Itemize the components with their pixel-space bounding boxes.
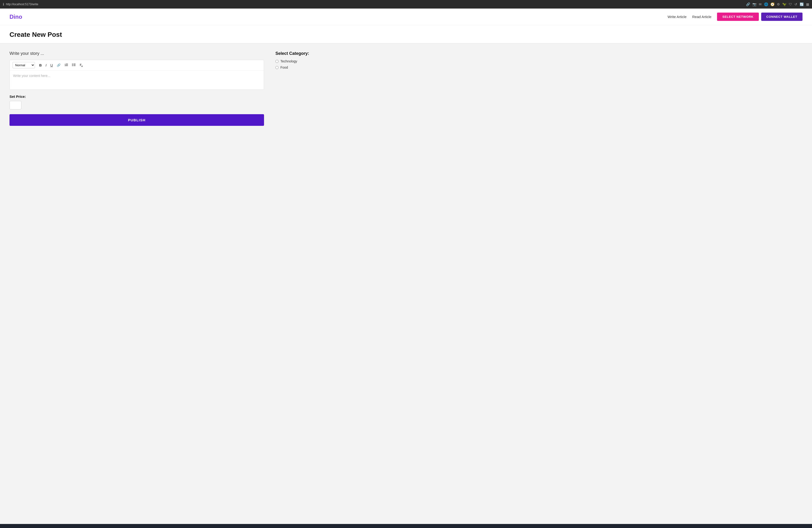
link-icon: 🔗	[746, 2, 750, 6]
price-input[interactable]	[10, 101, 21, 109]
arrow-icon: ↺	[795, 2, 797, 6]
code-icon: ⚙	[777, 2, 780, 6]
unordered-list-button[interactable]	[71, 62, 77, 68]
category-label-technology: Technology	[280, 59, 297, 63]
logo[interactable]: Dino	[10, 14, 22, 20]
mail-icon: ✉	[759, 2, 762, 6]
grid-icon: ▦	[806, 2, 809, 6]
connect-wallet-button[interactable]: CONNECT WALLET	[761, 13, 802, 21]
select-network-button[interactable]: SELECT NETWORK	[717, 13, 758, 21]
clear-format-button[interactable]: Tx	[78, 62, 84, 68]
browser-url: http://localhost:5173/write	[6, 3, 38, 6]
nav-write-article[interactable]: Write Article	[668, 15, 687, 19]
write-story-label: Write your story ...	[10, 51, 264, 56]
refresh-icon: 🔄	[800, 2, 804, 6]
bold-button[interactable]: B	[38, 62, 43, 68]
svg-point-6	[72, 65, 73, 66]
editor-placeholder: Write your content here...	[13, 74, 50, 78]
category-radio-food[interactable]	[275, 66, 278, 69]
editor-content-area[interactable]: Write your content here...	[10, 71, 264, 89]
navbar: Dino Write Article Read Article SELECT N…	[0, 9, 812, 25]
category-title: Select Category:	[275, 51, 318, 56]
set-price-label: Set Price:	[10, 94, 264, 99]
italic-button[interactable]: I	[44, 62, 48, 68]
editor-container: Normal Heading 1 Heading 2 Heading 3 B I…	[10, 60, 264, 90]
category-section: Select Category: Technology Food	[275, 51, 318, 126]
browser-extension-icons: 🔗 📷 ✉ 🌐 🧭 ⚙ 🦖 🛡 ↺ 🔄 ▦	[746, 2, 809, 6]
info-icon: ℹ	[3, 2, 4, 6]
ordered-list-button[interactable]: 1.	[63, 62, 70, 68]
page-title-area: Create New Post	[0, 25, 812, 43]
page-title: Create New Post	[10, 31, 802, 39]
publish-button[interactable]: PUBLISH	[10, 114, 264, 126]
footer: © 2023 Your Company. All rights reserved…	[0, 524, 812, 528]
nav-read-article[interactable]: Read Article	[692, 15, 712, 19]
dino-icon: 🦖	[782, 2, 786, 6]
svg-point-4	[72, 64, 73, 64]
category-label-food: Food	[280, 65, 288, 69]
category-option-technology[interactable]: Technology	[275, 59, 318, 63]
link-button[interactable]: 🔗	[55, 62, 62, 68]
editor-section: Write your story ... Normal Heading 1 He…	[10, 51, 264, 126]
browser-bar: ℹ http://localhost:5173/write 🔗 📷 ✉ 🌐 🧭 …	[0, 0, 812, 9]
shield-icon: 🛡	[789, 2, 792, 6]
category-option-food[interactable]: Food	[275, 65, 318, 69]
category-radio-technology[interactable]	[275, 60, 278, 63]
globe-icon: 🌐	[764, 2, 768, 6]
svg-point-5	[72, 64, 73, 65]
camera-icon: 📷	[752, 2, 756, 6]
content-layout: Write your story ... Normal Heading 1 He…	[10, 51, 318, 126]
underline-button[interactable]: U	[49, 62, 54, 68]
nav-icon: 🧭	[770, 2, 774, 6]
format-select[interactable]: Normal Heading 1 Heading 2 Heading 3	[13, 62, 35, 68]
nav-links: Write Article Read Article	[668, 15, 712, 19]
editor-toolbar: Normal Heading 1 Heading 2 Heading 3 B I…	[10, 60, 264, 71]
main-content: Write your story ... Normal Heading 1 He…	[0, 43, 812, 524]
